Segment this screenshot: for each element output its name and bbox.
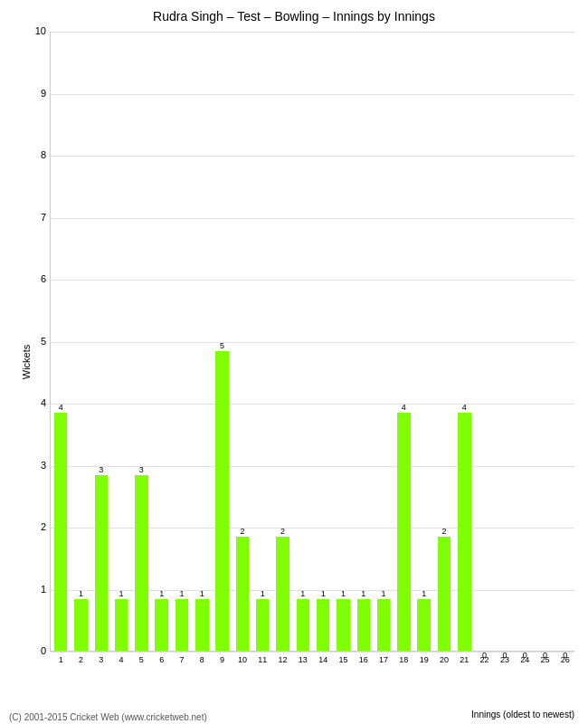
y-tick-5: 5 [24, 336, 46, 347]
x-tick-16: 16 [359, 655, 368, 664]
x-tick-21: 21 [460, 655, 469, 664]
x-tick-8: 8 [200, 655, 204, 664]
y-tick-7: 7 [24, 212, 46, 223]
x-tick-3: 3 [99, 655, 103, 664]
bar-label-19: 1 [422, 589, 426, 598]
bar-label-16: 1 [361, 589, 365, 598]
bar-label-9: 5 [220, 341, 224, 350]
bar-10 [236, 537, 250, 651]
bar-15 [337, 599, 350, 652]
bar-group-7: 1 [175, 589, 189, 652]
bar-14 [317, 599, 330, 652]
x-tick-23: 23 [500, 655, 509, 664]
bar-label-1: 4 [59, 403, 63, 412]
bar-group-12: 2 [276, 527, 289, 651]
bar-group-6: 1 [155, 589, 168, 652]
y-axis-label: Wickets [21, 345, 32, 380]
x-tick-10: 10 [238, 655, 247, 664]
chart-area: 0123456789104112331435161718592101112121… [50, 32, 574, 652]
chart-title: Rudra Singh – Test – Bowling – Innings b… [0, 0, 588, 28]
y-tick-8: 8 [24, 149, 46, 160]
bar-group-21: 4 [458, 403, 471, 651]
bar-label-15: 1 [341, 589, 346, 598]
x-tick-1: 1 [59, 655, 63, 664]
bar-1 [54, 413, 68, 651]
bar-group-10: 2 [236, 527, 250, 651]
y-tick-9: 9 [24, 88, 46, 99]
bar-group-2: 1 [74, 589, 88, 652]
x-tick-6: 6 [159, 655, 164, 664]
bar-8 [195, 599, 209, 652]
y-tick-1: 1 [24, 584, 46, 595]
bar-label-20: 2 [441, 527, 446, 536]
bar-11 [256, 599, 270, 652]
bar-21 [458, 413, 471, 651]
bar-3 [95, 475, 109, 652]
chart-container: Rudra Singh – Test – Bowling – Innings b… [0, 0, 588, 724]
bar-group-20: 2 [438, 527, 451, 651]
bar-label-6: 1 [159, 589, 164, 598]
bar-group-1: 4 [54, 403, 68, 651]
x-tick-9: 9 [220, 655, 224, 664]
bar-label-7: 1 [179, 589, 184, 598]
bar-7 [175, 599, 189, 652]
bar-18 [397, 413, 411, 651]
bar-9 [215, 351, 229, 652]
y-tick-4: 4 [24, 397, 46, 408]
x-tick-22: 22 [480, 655, 489, 664]
y-tick-6: 6 [24, 273, 46, 284]
bar-group-15: 1 [337, 589, 350, 652]
bar-label-12: 2 [280, 527, 285, 536]
x-tick-15: 15 [338, 655, 347, 664]
bar-17 [377, 599, 391, 652]
bar-19 [417, 599, 431, 652]
bar-label-10: 2 [240, 527, 244, 536]
y-tick-3: 3 [24, 460, 46, 471]
x-tick-11: 11 [258, 655, 267, 664]
y-tick-2: 2 [24, 521, 46, 532]
bar-group-4: 1 [115, 589, 128, 652]
bar-label-14: 1 [321, 589, 326, 598]
x-tick-17: 17 [379, 655, 388, 664]
bar-label-4: 1 [119, 589, 124, 598]
y-tick-0: 0 [24, 645, 46, 656]
bar-12 [276, 537, 289, 651]
bar-label-11: 1 [261, 589, 265, 598]
bar-4 [115, 599, 128, 652]
x-tick-5: 5 [139, 655, 144, 664]
x-tick-7: 7 [179, 655, 184, 664]
bar-5 [135, 475, 148, 652]
bar-group-9: 5 [215, 341, 229, 652]
bar-6 [155, 599, 168, 652]
bar-group-17: 1 [377, 589, 391, 652]
x-tick-4: 4 [119, 655, 124, 664]
bar-20 [438, 537, 451, 651]
bar-group-11: 1 [256, 589, 270, 652]
bar-group-14: 1 [317, 589, 330, 652]
x-tick-25: 25 [541, 655, 550, 664]
x-tick-26: 26 [561, 655, 570, 664]
x-axis-label: Innings (oldest to newest) [471, 710, 574, 719]
bar-13 [297, 599, 310, 652]
x-tick-20: 20 [440, 655, 449, 664]
bar-label-17: 1 [382, 589, 386, 598]
bar-group-3: 3 [95, 465, 109, 652]
bar-label-8: 1 [200, 589, 204, 598]
bar-label-3: 3 [99, 465, 103, 474]
x-tick-18: 18 [399, 655, 408, 664]
x-tick-24: 24 [520, 655, 529, 664]
x-tick-13: 13 [299, 655, 308, 664]
bar-label-5: 3 [139, 465, 144, 474]
x-tick-19: 19 [420, 655, 429, 664]
y-tick-10: 10 [24, 25, 46, 36]
bar-group-19: 1 [417, 589, 431, 652]
bar-group-5: 3 [135, 465, 148, 652]
bar-group-13: 1 [297, 589, 310, 652]
bar-group-16: 1 [357, 589, 371, 652]
bar-2 [74, 599, 88, 652]
bar-label-18: 4 [402, 403, 406, 412]
bar-group-18: 4 [397, 403, 411, 651]
x-tick-2: 2 [79, 655, 83, 664]
bar-label-21: 4 [462, 403, 467, 412]
bar-group-8: 1 [195, 589, 209, 652]
